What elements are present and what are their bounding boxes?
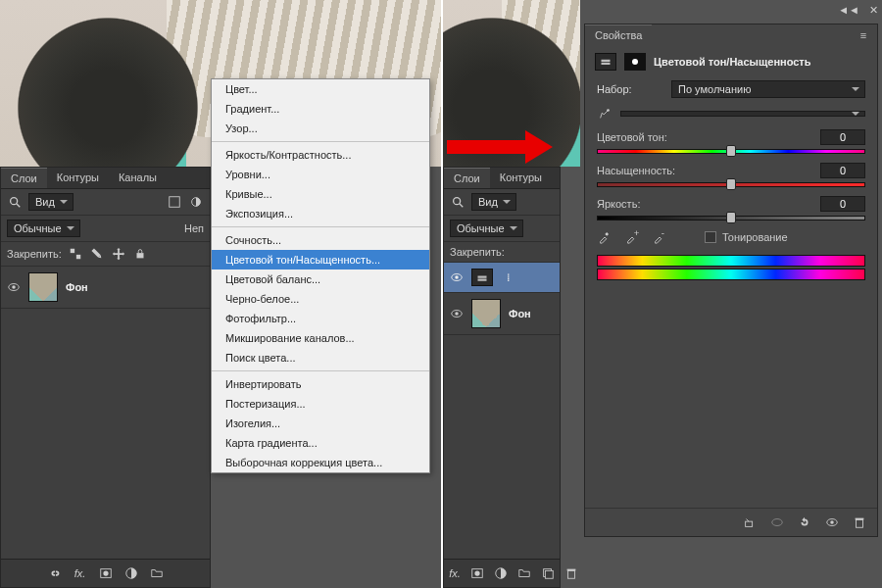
menu-item[interactable]: Градиент...: [212, 99, 429, 119]
preset-label: Набор:: [597, 83, 663, 95]
collapse-icon[interactable]: ◄◄: [838, 4, 859, 17]
saturation-slider[interactable]: [597, 178, 865, 188]
menu-item[interactable]: Поиск цвета...: [212, 348, 429, 368]
eye-icon[interactable]: [450, 270, 464, 284]
colorize-checkbox[interactable]: [705, 231, 716, 243]
view-previous-icon[interactable]: [769, 514, 785, 530]
tab-properties[interactable]: Свойства: [585, 24, 652, 45]
fx-icon[interactable]: fx.: [73, 565, 88, 581]
menu-item[interactable]: Узор...: [212, 119, 429, 138]
folder-icon[interactable]: [149, 565, 165, 581]
lightness-slider[interactable]: [597, 212, 865, 221]
menu-item[interactable]: Сочность...: [212, 230, 429, 250]
menu-item[interactable]: Экспозиция...: [212, 204, 429, 223]
panel-chrome: ◄◄ ✕: [838, 4, 878, 17]
panel-menu-icon[interactable]: ≡: [856, 27, 871, 43]
lock-paint-icon[interactable]: [89, 246, 105, 262]
eye-icon[interactable]: [450, 307, 464, 320]
tab-channels[interactable]: Каналы: [109, 168, 167, 188]
folder-icon[interactable]: [517, 565, 531, 581]
preset-select[interactable]: По умолчанию: [671, 80, 865, 98]
layer-thumbnail: [471, 299, 501, 328]
lock-label: Закрепить:: [450, 246, 505, 258]
filter-kind-select[interactable]: Вид: [471, 193, 516, 211]
svg-point-32: [607, 109, 610, 112]
lock-transparent-icon[interactable]: [68, 246, 83, 262]
menu-item[interactable]: Карта градиента...: [212, 433, 429, 453]
menu-item[interactable]: Инвертировать: [212, 374, 429, 394]
menu-item[interactable]: Фотофильтр...: [212, 309, 429, 328]
layer-name: Фон: [66, 281, 88, 293]
filter-pixel-icon[interactable]: [167, 194, 182, 210]
hue-value[interactable]: 0: [820, 129, 865, 145]
tab-paths[interactable]: Контуры: [47, 168, 109, 188]
menu-item[interactable]: Постеризация...: [212, 394, 429, 414]
eye-icon[interactable]: [7, 280, 21, 294]
svg-point-39: [830, 520, 834, 524]
svg-rect-2: [170, 197, 180, 208]
clip-to-layer-icon[interactable]: [742, 514, 758, 530]
adjustment-icon[interactable]: [494, 565, 508, 581]
trash-icon[interactable]: [564, 565, 578, 581]
layers-panel: Слои Контуры Вид Обычные Закрепить: ⁞: [443, 167, 561, 588]
svg-rect-30: [602, 63, 611, 65]
close-icon[interactable]: ✕: [869, 4, 878, 17]
adjustment-icon[interactable]: [123, 565, 139, 581]
mask-icon[interactable]: [470, 565, 484, 581]
menu-item[interactable]: Яркость/Контрастность...: [212, 145, 429, 165]
lightness-value[interactable]: 0: [820, 196, 865, 212]
svg-rect-26: [545, 570, 553, 578]
menu-separator: [212, 141, 429, 142]
svg-point-0: [11, 198, 18, 205]
layer-row-background[interactable]: Фон: [1, 267, 210, 309]
menu-item[interactable]: Изогелия...: [212, 414, 429, 433]
blend-mode-select[interactable]: Обычные: [450, 220, 523, 237]
layers-panel: Слои Контуры Каналы Вид Обычные Неп Закр…: [0, 167, 211, 588]
lock-move-icon[interactable]: [111, 246, 126, 262]
output-hue-strip: [597, 269, 865, 280]
trash-icon[interactable]: [852, 514, 867, 530]
svg-rect-6: [91, 248, 100, 257]
menu-item[interactable]: Уровни...: [212, 165, 429, 184]
svg-rect-5: [76, 255, 80, 259]
eyedropper-minus-icon[interactable]: -: [652, 229, 667, 245]
menu-item[interactable]: Цвет...: [212, 79, 429, 99]
menu-item[interactable]: Микширование каналов...: [212, 328, 429, 348]
link-mask-icon[interactable]: ⁞: [501, 270, 516, 285]
new-layer-icon[interactable]: [541, 565, 555, 581]
opacity-label: Неп: [184, 222, 204, 234]
hue-slider[interactable]: [597, 145, 865, 155]
eyedropper-icon[interactable]: [597, 229, 612, 245]
layer-row-adjustment[interactable]: ⁞: [444, 263, 560, 293]
svg-rect-41: [856, 518, 864, 520]
menu-item[interactable]: Выборочная коррекция цвета...: [212, 453, 429, 472]
lock-all-icon[interactable]: [132, 246, 148, 262]
filter-adjust-icon[interactable]: [188, 194, 204, 210]
filter-kind-select[interactable]: Вид: [28, 193, 74, 211]
adjustment-thumb: [471, 269, 493, 286]
tab-layers[interactable]: Слои: [444, 168, 490, 188]
toggle-visibility-icon[interactable]: [824, 514, 840, 530]
blend-mode-select[interactable]: Обычные: [7, 220, 80, 237]
targeted-adjust-icon[interactable]: [597, 106, 612, 122]
mask-icon[interactable]: [98, 565, 114, 581]
layer-mask-icon[interactable]: [624, 53, 646, 71]
menu-item[interactable]: Цветовой тон/Насыщенность...: [212, 250, 429, 270]
saturation-value[interactable]: 0: [820, 163, 865, 178]
svg-point-10: [12, 285, 16, 289]
layer-row-background[interactable]: Фон: [444, 293, 560, 335]
fx-icon[interactable]: fx.: [449, 565, 461, 581]
tab-layers[interactable]: Слои: [1, 168, 47, 188]
menu-item[interactable]: Кривые...: [212, 184, 429, 204]
menu-separator: [212, 226, 429, 227]
reset-icon[interactable]: [797, 514, 812, 530]
color-range-select[interactable]: [620, 111, 865, 117]
svg-rect-40: [857, 519, 863, 527]
svg-rect-28: [566, 569, 575, 571]
menu-item[interactable]: Черно-белое...: [212, 289, 429, 309]
eyedropper-plus-icon[interactable]: +: [624, 229, 640, 245]
search-icon: [7, 194, 23, 210]
link-icon[interactable]: [47, 565, 63, 581]
tab-paths[interactable]: Контуры: [490, 168, 552, 188]
menu-item[interactable]: Цветовой баланс...: [212, 270, 429, 289]
